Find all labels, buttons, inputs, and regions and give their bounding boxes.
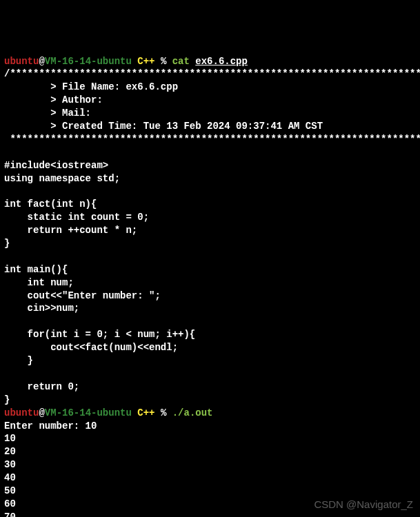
source-line: > File Name: ex6.6.cpp xyxy=(4,81,178,92)
source-line: } xyxy=(4,238,10,249)
output-line: 40 xyxy=(4,472,16,483)
prompt-at: @ xyxy=(39,56,44,67)
output-line: 20 xyxy=(4,446,16,457)
source-line: static int count = 0; xyxy=(4,212,149,223)
prompt-dir: C++ xyxy=(132,56,161,67)
program-prompt: Enter number: 10 xyxy=(4,420,97,432)
prompt-percent: % xyxy=(161,56,172,67)
source-line: } xyxy=(4,394,10,405)
output-line: 50 xyxy=(4,485,16,496)
source-line: return 0; xyxy=(4,381,79,392)
watermark-text: CSDN @Navigator_Z xyxy=(314,498,413,511)
prompt-line-1: ubuntu@VM-16-14-ubuntu C++ % cat ex6.6.c… xyxy=(4,56,248,67)
output-line: 30 xyxy=(4,459,16,470)
prompt-user: ubuntu xyxy=(4,56,39,67)
source-line: > Author: xyxy=(4,94,103,105)
source-line: int main(){ xyxy=(4,264,68,275)
source-line: > Created Time: Tue 13 Feb 2024 09:37:41… xyxy=(4,121,323,132)
prompt-host: VM-16-14-ubuntu xyxy=(45,407,132,418)
source-line: cout<<"Enter number: "; xyxy=(4,290,161,301)
terminal-output[interactable]: ubuntu@VM-16-14-ubuntu C++ % cat ex6.6.c… xyxy=(4,55,416,517)
prompt-dir: C++ xyxy=(132,407,161,418)
output-line: 10 xyxy=(4,433,16,444)
prompt-at: @ xyxy=(39,407,44,418)
output-line: 60 xyxy=(4,498,16,509)
command-run: ./a.out xyxy=(172,407,213,418)
source-line: using namespace std; xyxy=(4,173,120,184)
source-line: cout<<fact(num)<<endl; xyxy=(4,342,178,353)
source-line: ****************************************… xyxy=(4,134,420,145)
prompt-line-2: ubuntu@VM-16-14-ubuntu C++ % ./a.out xyxy=(4,407,213,418)
output-line: 70 xyxy=(4,511,16,517)
source-line: return ++count * n; xyxy=(4,225,137,236)
prompt-host: VM-16-14-ubuntu xyxy=(45,56,132,67)
source-line: #include<iostream> xyxy=(4,160,108,171)
prompt-percent: % xyxy=(161,407,172,418)
source-line: int fact(int n){ xyxy=(4,199,97,210)
source-line: } xyxy=(4,355,33,366)
command-cat: cat xyxy=(172,56,196,67)
source-line: cin>>num; xyxy=(4,303,79,314)
source-line: int num; xyxy=(4,277,74,288)
prompt-user: ubuntu xyxy=(4,407,39,418)
filename-arg: ex6.6.cpp xyxy=(195,56,248,67)
source-line: > Mail: xyxy=(4,108,91,119)
source-line: /***************************************… xyxy=(4,68,420,79)
source-line: for(int i = 0; i < num; i++){ xyxy=(4,329,195,340)
